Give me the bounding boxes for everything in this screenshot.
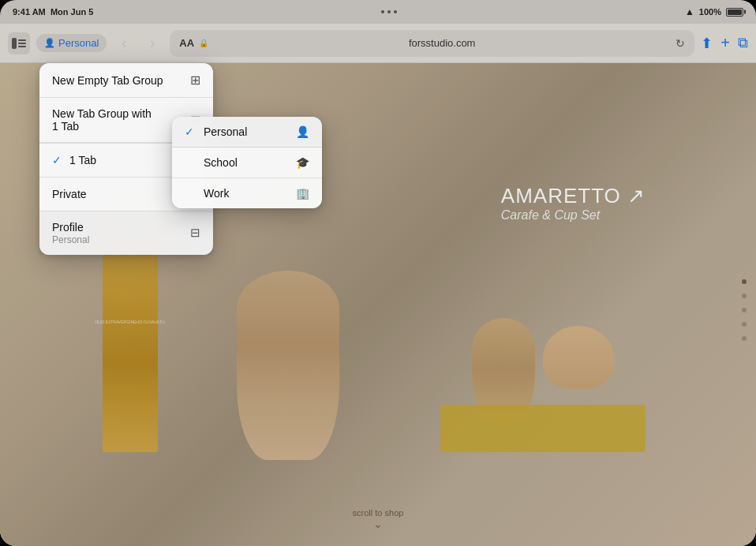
scroll-hint: scroll to shop ⌄ <box>353 508 404 530</box>
page-dots <box>742 279 747 341</box>
wifi-icon: ▲ <box>685 6 694 17</box>
profile-menu-label: Profile <box>52 221 89 234</box>
work-icon: 🏢 <box>296 187 309 200</box>
profile-menu-icon: ⊟ <box>190 226 200 240</box>
status-time: 9:41 AM Mon Jun 5 <box>13 7 93 17</box>
profile-item[interactable]: Profile Personal ⊟ <box>39 211 213 255</box>
profile-button[interactable]: 👤 Personal <box>36 34 107 52</box>
dot1 <box>381 10 384 13</box>
lock-icon: 🔒 <box>199 39 208 47</box>
person-icon: 👤 <box>44 38 55 48</box>
tabs-icon[interactable]: ⧉ <box>738 35 748 51</box>
product-subtitle: Carafe & Cup Set <box>501 208 646 223</box>
personal-label: Personal <box>204 125 247 138</box>
checkmark-icon: ✓ <box>52 154 65 166</box>
battery-percent: 100% <box>699 7 721 17</box>
dot2 <box>387 10 391 13</box>
bottle-product <box>103 231 158 452</box>
page-dot-1 <box>742 279 747 284</box>
work-label: Work <box>204 187 229 200</box>
svg-rect-3 <box>18 46 26 47</box>
reload-icon[interactable]: ↻ <box>676 37 685 50</box>
page-dot-2 <box>742 294 747 298</box>
url-aa: AA <box>179 37 194 49</box>
page-dot-3 <box>742 308 747 312</box>
status-center <box>381 10 397 13</box>
profile-label: Personal <box>58 37 99 49</box>
school-icon: 🎓 <box>296 156 309 169</box>
personal-icon: 👤 <box>296 125 309 138</box>
svg-rect-1 <box>18 39 26 41</box>
private-label: Private <box>52 188 87 200</box>
new-tab-group-label: New Tab Group with 1 Tab <box>52 107 152 133</box>
new-tab-group-icon: ⊞ <box>190 73 200 88</box>
mat-product <box>440 405 646 452</box>
back-button[interactable]: ‹ <box>113 32 135 54</box>
personal-check: ✓ <box>185 125 197 138</box>
one-tab-label: 1 Tab <box>69 154 96 166</box>
profile-school-item[interactable]: School 🎓 <box>172 148 322 178</box>
main-vase <box>237 271 339 460</box>
status-right: ▲ 100% <box>685 6 743 17</box>
forward-button[interactable]: › <box>141 32 163 54</box>
page-dot-5 <box>742 336 747 341</box>
add-tab-icon[interactable]: + <box>720 34 730 52</box>
page-dot-4 <box>742 322 747 327</box>
school-label: School <box>204 156 238 169</box>
sidebar-button[interactable] <box>8 32 30 54</box>
ipad-frame: 9:41 AM Mon Jun 5 ▲ 100% 👤 Per <box>0 0 756 546</box>
profile-work-item[interactable]: Work 🏢 <box>172 178 322 208</box>
url-bar[interactable]: AA 🔒 forsstudio.com ↻ <box>170 30 694 57</box>
svg-rect-2 <box>18 43 26 44</box>
share-icon[interactable]: ⬆ <box>701 35 713 52</box>
product-title: AMARETTO ↗ <box>501 184 646 208</box>
new-empty-tab-group-item[interactable]: New Empty Tab Group ⊞ <box>39 63 213 98</box>
browser-toolbar: 👤 Personal ‹ › AA 🔒 forsstudio.com ↻ ⬆ +… <box>0 24 756 63</box>
cup-product <box>543 326 614 389</box>
url-text: forsstudio.com <box>213 37 671 49</box>
dot3 <box>394 10 397 13</box>
status-bar: 9:41 AM Mon Jun 5 ▲ 100% <box>0 0 756 24</box>
new-empty-tab-group-label: New Empty Tab Group <box>52 74 163 87</box>
product-text: AMARETTO ↗ Carafe & Cup Set <box>501 184 646 223</box>
profile-personal-item[interactable]: ✓ Personal 👤 <box>172 117 322 148</box>
profile-submenu: ✓ Personal 👤 School 🎓 Work 🏢 <box>172 117 322 208</box>
toolbar-right: ⬆ + ⧉ <box>701 34 748 52</box>
profile-menu-sub: Personal <box>52 234 89 245</box>
svg-rect-0 <box>12 38 17 49</box>
battery-icon <box>726 8 743 17</box>
